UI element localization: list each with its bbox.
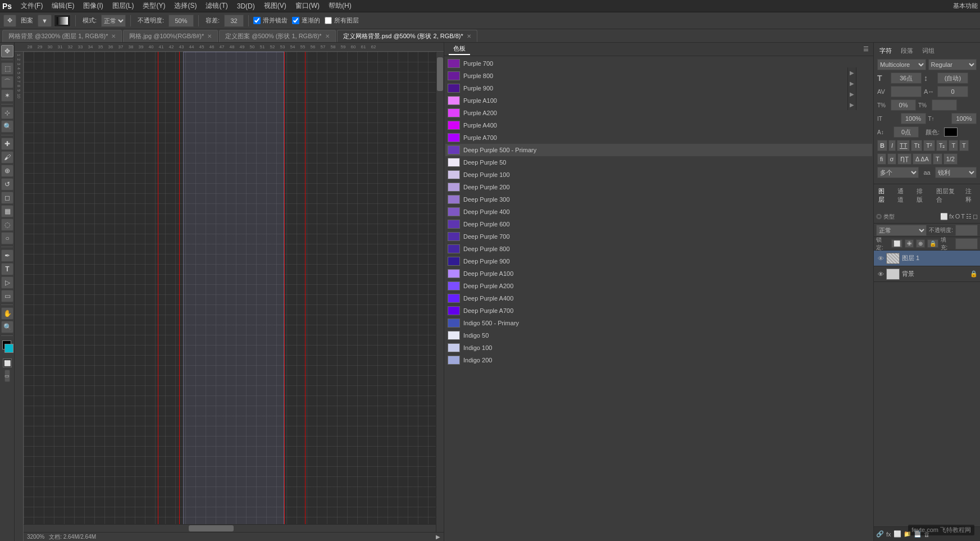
swatch-item-16[interactable]: Deep Purple 900 [445, 255, 872, 267]
lang-select[interactable]: 多个 [877, 167, 919, 178]
old-style-btn[interactable]: ȠȚ [897, 153, 911, 165]
fg-bg-colors[interactable] [1, 340, 13, 356]
swatch-item-18[interactable]: Deep Purple A200 [445, 280, 872, 292]
menu-file[interactable]: 文件(F) [16, 0, 47, 12]
liga-btn[interactable]: σ [887, 153, 897, 165]
tab-close-2[interactable]: ✕ [325, 33, 330, 39]
lasso-tool[interactable]: ⌒ [1, 76, 13, 88]
superscript-btn[interactable]: T² [923, 140, 935, 151]
scrollbar-v[interactable] [436, 52, 444, 532]
tracking-input[interactable] [937, 86, 968, 97]
swatch-item-19[interactable]: Deep Purple A400 [445, 292, 872, 304]
pen-tool[interactable]: ✒ [1, 249, 13, 262]
brush-tool[interactable]: 🖌 [1, 151, 13, 163]
char-tab[interactable]: 字符 [877, 46, 894, 56]
tab-define-grid-bg[interactable]: 定义网格背景.psd @500% (形状 2, RGB/8)*✕ [337, 30, 477, 42]
scrollbar-thumb-h[interactable] [189, 525, 234, 531]
swatch-item-13[interactable]: Deep Purple 600 [445, 218, 872, 230]
scrollbar-h[interactable] [24, 524, 436, 532]
v-scale-input[interactable] [932, 99, 957, 111]
swatch-item-21[interactable]: Indigo 500 - Primary [445, 317, 872, 329]
opacity-input[interactable]: 36% [955, 225, 978, 236]
menu-select[interactable]: 选择(S) [170, 0, 201, 12]
filter-icon-smart[interactable]: T [961, 213, 965, 220]
swatch-item-0[interactable]: Purple 700 [445, 57, 872, 70]
h-scale-input[interactable] [891, 99, 916, 111]
marquee-tool[interactable]: ⬚ [1, 62, 13, 75]
swatch-item-17[interactable]: Deep Purple A100 [445, 267, 872, 280]
zoom-tool[interactable]: 🔍 [1, 321, 13, 333]
scrollbar-thumb-v[interactable] [437, 57, 443, 91]
smooth-checkbox[interactable] [292, 17, 299, 24]
menu-layer[interactable]: 图层(L) [108, 0, 139, 12]
gradient-tool[interactable]: ▦ [1, 205, 13, 217]
font-style-select[interactable]: Regular [928, 59, 977, 70]
small-caps-btn[interactable]: T [959, 140, 969, 151]
font-family-select[interactable]: Multicolore [877, 59, 926, 70]
underline-btn[interactable]: TT [897, 140, 910, 151]
hand-tool[interactable]: ✋ [1, 307, 13, 320]
shape-tool[interactable]: ▭ [1, 290, 13, 302]
swatches-list[interactable]: Purple 700 Purple 800 Purple 900 Purple … [444, 56, 873, 541]
char-color-box[interactable] [944, 128, 958, 137]
word-tab[interactable]: 词组 [920, 46, 937, 56]
bold-btn[interactable]: B [877, 140, 887, 151]
snap-label[interactable]: 滑并镜齿 [253, 16, 288, 25]
baseline-input[interactable] [894, 126, 919, 138]
workspace-label[interactable]: 基本功能 [953, 2, 978, 10]
text-tool[interactable]: T [1, 263, 13, 275]
fill-input[interactable]: 100% [955, 238, 978, 249]
menu-help[interactable]: 帮助(H) [324, 0, 356, 12]
tab-define-pattern[interactable]: 定义图案 @500% (形状 1, RGB/8)*✕ [219, 30, 335, 42]
collapse-arrow-2[interactable]: ▶ [850, 80, 854, 87]
all-layers-checkbox[interactable] [325, 17, 332, 24]
collapse-arrow-4[interactable]: ▶ [850, 102, 854, 108]
swatch-item-5[interactable]: Purple A400 [445, 119, 872, 131]
quick-mask-btn[interactable]: ⬜ [3, 358, 12, 367]
kerning-input[interactable] [891, 86, 922, 97]
move-tool-btn[interactable]: ✥ [3, 15, 16, 27]
dodge-tool[interactable]: ○ [1, 232, 13, 244]
swash-btn[interactable]: T [933, 153, 942, 165]
swatch-item-11[interactable]: Deep Purple 300 [445, 193, 872, 206]
swatch-item-15[interactable]: Deep Purple 800 [445, 243, 872, 255]
swatch-item-9[interactable]: Deep Purple 100 [445, 169, 872, 181]
lock-art-btn[interactable]: ⊕ [916, 239, 925, 248]
notes-tab[interactable]: 注释 [963, 187, 978, 204]
menu-filter[interactable]: 滤镜(T) [201, 0, 232, 12]
paths-tab[interactable]: 排版 [914, 187, 929, 204]
layer-item-1[interactable]: 👁 图层 1 [874, 251, 980, 266]
lock-pixel-btn[interactable]: ⬜ [891, 239, 902, 248]
layer-comp-tab[interactable]: 图层复合 [934, 187, 959, 204]
layer-mode-select[interactable]: 正常 [876, 225, 927, 236]
filter-icon-type[interactable]: ⬜ [940, 213, 948, 220]
move-tool[interactable]: ✥ [1, 45, 13, 57]
v-scale2-input[interactable] [951, 113, 977, 124]
aa-select[interactable]: 锐利 [935, 167, 977, 178]
swatch-item-8[interactable]: Deep Purple 50 [445, 156, 872, 169]
tab-grid-jpg[interactable]: 网格.jpg @100%(RGB/8#)*✕ [123, 30, 218, 42]
swatch-item-3[interactable]: Purple A100 [445, 94, 872, 107]
opacity-input[interactable] [168, 15, 194, 27]
add-mask-btn[interactable]: ⬜ [894, 530, 901, 538]
eraser-tool[interactable]: ◻ [1, 192, 13, 204]
quick-select-tool[interactable]: ✶ [1, 89, 13, 102]
menu-3d[interactable]: 3D(D) [233, 1, 259, 11]
canvas-content[interactable] [24, 52, 444, 532]
lock-pos-btn[interactable]: ✙ [905, 239, 914, 248]
filter-icon-mode[interactable]: O [955, 213, 960, 220]
swatch-item-4[interactable]: Purple A200 [445, 107, 872, 119]
eyedropper-tool[interactable]: 🔍 [1, 120, 13, 133]
h-scale2-input[interactable] [901, 113, 926, 124]
collapse-arrow-3[interactable]: ▶ [850, 91, 854, 97]
add-effect-btn[interactable]: fx [886, 531, 891, 538]
leading-input[interactable] [937, 72, 968, 84]
swatch-item-6[interactable]: Purple A700 [445, 131, 872, 144]
layers-tab[interactable]: 图层 [876, 187, 891, 204]
filter-icon-color[interactable]: ☷ [966, 213, 972, 220]
background-color[interactable] [4, 344, 13, 353]
titling-btn[interactable]: 1/2 [943, 153, 958, 165]
menu-edit[interactable]: 编辑(E) [47, 0, 79, 12]
swatch-item-2[interactable]: Purple 900 [445, 82, 872, 94]
menu-image[interactable]: 图像(I) [79, 0, 107, 12]
